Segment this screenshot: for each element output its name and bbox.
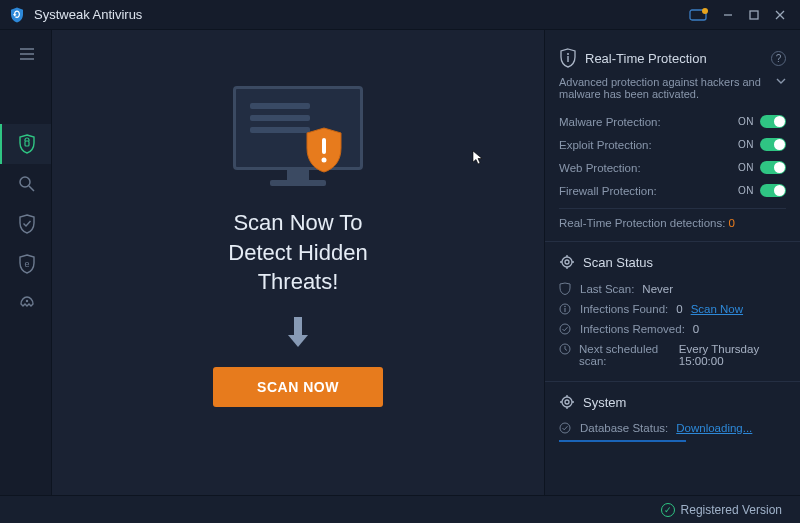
check-circle-icon [559, 422, 572, 434]
infections-found-row: Infections Found: 0 Scan Now [559, 299, 786, 319]
svg-point-1 [702, 8, 708, 14]
app-logo-icon [8, 6, 26, 24]
scan-now-button[interactable]: SCAN NOW [213, 367, 383, 407]
sidebar-item-boost[interactable] [0, 284, 51, 324]
scan-heading-line2: Detect Hidden [228, 240, 367, 265]
toggle-malware: Malware Protection: ON [559, 110, 786, 133]
db-status-value: Downloading... [676, 422, 752, 434]
scan-heading-line3: Threats! [258, 269, 339, 294]
gear-icon [559, 394, 575, 410]
toggle-malware-label: Malware Protection: [559, 116, 661, 128]
next-scan-value: Every Thursday 15:00:00 [679, 343, 786, 367]
sidebar: e [0, 30, 52, 495]
info-icon [559, 303, 572, 315]
main-area: Scan Now To Detect Hidden Threats! SCAN … [52, 30, 800, 495]
monitor-illustration [233, 86, 363, 194]
toggle-web: Web Protection: ON [559, 156, 786, 179]
svg-point-13 [25, 300, 27, 302]
db-status-label: Database Status: [580, 422, 668, 434]
svg-text:e: e [24, 259, 29, 269]
rtp-title: Real-Time Protection [585, 51, 707, 66]
gear-icon [559, 254, 575, 270]
infections-found-value: 0 [676, 303, 682, 315]
toggle-exploit-switch[interactable] [760, 138, 786, 151]
toggle-firewall-label: Firewall Protection: [559, 185, 657, 197]
scan-now-link[interactable]: Scan Now [691, 303, 743, 315]
svg-point-10 [20, 177, 30, 187]
rtp-advanced-text: Advanced protection against hackers and … [559, 76, 770, 100]
system-title: System [583, 395, 626, 410]
svg-rect-3 [750, 11, 758, 19]
last-scan-row: Last Scan: Never [559, 278, 786, 299]
db-status-row: Database Status: Downloading... [559, 418, 786, 438]
svg-point-30 [562, 397, 572, 407]
next-scan-row: Next scheduled scan: Every Thursday 15:0… [559, 339, 786, 371]
svg-point-36 [560, 423, 570, 433]
check-circle-icon [559, 323, 572, 335]
alert-shield-icon [303, 126, 345, 174]
rtp-detections-count: 0 [729, 217, 735, 229]
svg-point-26 [564, 306, 566, 308]
registered-check-icon: ✓ [661, 503, 675, 517]
infections-found-label: Infections Found: [580, 303, 668, 315]
svg-point-15 [322, 158, 327, 163]
toggle-firewall: Firewall Protection: ON [559, 179, 786, 202]
sidebar-item-protection[interactable] [0, 204, 51, 244]
svg-point-19 [562, 257, 572, 267]
rtp-detections-label: Real-Time Protection detections: [559, 217, 725, 229]
shield-check-icon [559, 282, 572, 295]
app-title: Systweak Antivirus [34, 7, 142, 22]
toggle-malware-switch[interactable] [760, 115, 786, 128]
menu-toggle[interactable] [0, 34, 51, 74]
svg-point-28 [560, 324, 570, 334]
infections-removed-row: Infections Removed: 0 [559, 319, 786, 339]
right-panel: Real-Time Protection ? Advanced protecti… [544, 30, 800, 495]
system-section: System Database Status: Downloading... [545, 381, 800, 452]
scan-heading: Scan Now To Detect Hidden Threats! [228, 208, 367, 297]
sidebar-item-home[interactable] [0, 124, 51, 164]
svg-point-20 [565, 260, 569, 264]
close-button[interactable] [768, 3, 792, 27]
center-panel: Scan Now To Detect Hidden Threats! SCAN … [52, 30, 544, 495]
toggle-exploit-label: Exploit Protection: [559, 139, 652, 151]
svg-line-11 [29, 186, 34, 191]
rtp-detections: Real-Time Protection detections: 0 [559, 208, 786, 231]
shield-info-icon [559, 48, 577, 68]
last-scan-label: Last Scan: [580, 283, 634, 295]
help-icon[interactable]: ? [771, 51, 786, 66]
svg-point-31 [565, 400, 569, 404]
last-scan-value: Never [642, 283, 673, 295]
toggle-web-switch[interactable] [760, 161, 786, 174]
clock-icon [559, 343, 571, 355]
down-arrow-icon [284, 315, 312, 349]
toggle-exploit: Exploit Protection: ON [559, 133, 786, 156]
footer: ✓ Registered Version [0, 495, 800, 523]
svg-rect-18 [567, 56, 568, 62]
svg-rect-16 [294, 317, 302, 335]
rtp-section: Real-Time Protection ? Advanced protecti… [545, 30, 800, 241]
notification-icon[interactable] [688, 7, 710, 23]
scan-status-title: Scan Status [583, 255, 653, 270]
scan-status-section: Scan Status Last Scan: Never Infections … [545, 241, 800, 381]
maximize-button[interactable] [742, 3, 766, 27]
rtp-advanced-line[interactable]: Advanced protection against hackers and … [559, 76, 786, 100]
svg-point-17 [567, 53, 569, 55]
sidebar-item-quarantine[interactable]: e [0, 244, 51, 284]
toggle-firewall-switch[interactable] [760, 184, 786, 197]
infections-removed-value: 0 [693, 323, 699, 335]
svg-rect-27 [564, 308, 565, 312]
sidebar-item-scan[interactable] [0, 164, 51, 204]
svg-rect-14 [322, 138, 326, 154]
footer-status: Registered Version [681, 503, 782, 517]
db-progress [559, 440, 686, 442]
svg-rect-9 [25, 141, 29, 146]
next-scan-label: Next scheduled scan: [579, 343, 671, 367]
infections-removed-label: Infections Removed: [580, 323, 685, 335]
scan-heading-line1: Scan Now To [233, 210, 362, 235]
toggle-web-label: Web Protection: [559, 162, 641, 174]
minimize-button[interactable] [716, 3, 740, 27]
titlebar: Systweak Antivirus [0, 0, 800, 30]
chevron-down-icon [776, 76, 786, 86]
